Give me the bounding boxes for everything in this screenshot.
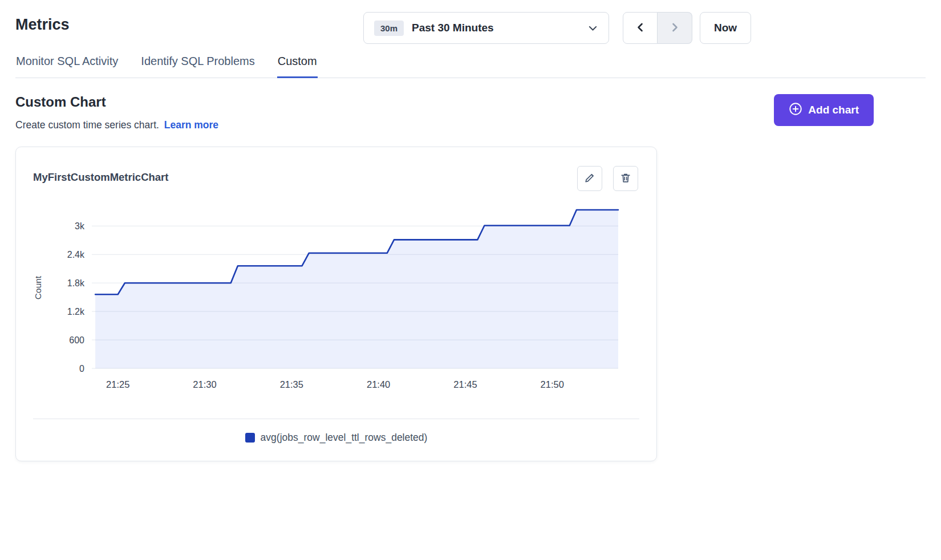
custom-metric-chart-card: MyFirstCustomMetricChart 06001.2k1.8k2.4… <box>15 147 657 461</box>
time-next-button[interactable] <box>658 12 692 44</box>
tab-monitor-sql-activity[interactable]: Monitor SQL Activity <box>15 55 119 78</box>
tab-identify-sql-problems[interactable]: Identify SQL Problems <box>140 55 255 78</box>
custom-chart-section-header: Custom Chart Create custom time series c… <box>15 94 874 131</box>
tab-custom[interactable]: Custom <box>277 55 318 78</box>
time-previous-button[interactable] <box>623 12 658 44</box>
time-range-label: Past 30 Minutes <box>412 22 494 34</box>
legend-swatch <box>245 433 255 443</box>
page-title: Metrics <box>15 16 70 34</box>
section-text: Custom Chart Create custom time series c… <box>15 94 218 131</box>
section-title: Custom Chart <box>15 94 218 110</box>
section-description: Create custom time series chart. Learn m… <box>15 119 218 131</box>
chart-actions <box>577 166 638 191</box>
svg-text:600: 600 <box>69 335 84 345</box>
custom-chart-svg: 06001.2k1.8k2.4k3k21:2521:3021:3521:4021… <box>16 196 658 398</box>
svg-text:3k: 3k <box>75 221 85 231</box>
svg-text:21:35: 21:35 <box>280 379 303 389</box>
edit-chart-button[interactable] <box>577 166 602 191</box>
svg-text:Count: Count <box>33 275 43 299</box>
svg-text:1.8k: 1.8k <box>67 278 85 288</box>
add-chart-label: Add chart <box>808 104 859 116</box>
metrics-tabs: Monitor SQL Activity Identify SQL Proble… <box>15 55 926 78</box>
time-range-select[interactable]: 30m Past 30 Minutes <box>363 12 609 44</box>
svg-text:2.4k: 2.4k <box>67 250 85 259</box>
chevron-down-icon <box>587 23 598 34</box>
svg-text:1.2k: 1.2k <box>67 307 85 316</box>
svg-text:0: 0 <box>79 364 84 374</box>
svg-text:21:30: 21:30 <box>193 379 216 389</box>
chart-card-header: MyFirstCustomMetricChart <box>16 147 656 191</box>
time-step-buttons <box>623 12 692 44</box>
time-controls: 30m Past 30 Minutes Now <box>363 12 751 44</box>
trash-icon <box>619 172 632 186</box>
now-button[interactable]: Now <box>700 12 751 44</box>
chart-area: 06001.2k1.8k2.4k3k21:2521:3021:3521:4021… <box>16 196 656 398</box>
delete-chart-button[interactable] <box>613 166 638 191</box>
chart-title: MyFirstCustomMetricChart <box>33 166 168 184</box>
svg-text:21:45: 21:45 <box>453 379 477 389</box>
chevron-left-icon <box>635 22 646 35</box>
chevron-right-icon <box>669 22 680 35</box>
section-description-text: Create custom time series chart. <box>15 119 159 131</box>
time-range-badge: 30m <box>374 21 404 36</box>
svg-text:21:25: 21:25 <box>106 379 129 389</box>
learn-more-link[interactable]: Learn more <box>164 119 218 131</box>
svg-text:21:50: 21:50 <box>541 379 564 389</box>
pencil-icon <box>583 172 596 186</box>
chart-legend: avg(jobs_row_level_ttl_rows_deleted) <box>16 419 656 457</box>
metrics-page: Metrics 30m Past 30 Minutes <box>0 0 941 560</box>
top-bar: Metrics 30m Past 30 Minutes <box>0 0 941 51</box>
legend-label: avg(jobs_row_level_ttl_rows_deleted) <box>261 432 428 444</box>
add-chart-button[interactable]: Add chart <box>774 94 874 126</box>
svg-text:21:40: 21:40 <box>367 379 390 389</box>
plus-circle-icon <box>789 102 802 119</box>
